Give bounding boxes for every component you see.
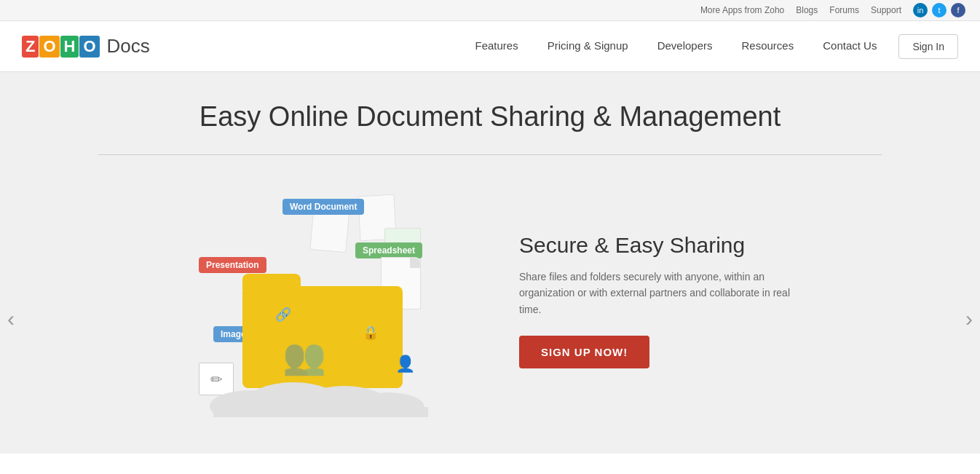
carousel-prev-button[interactable]: ‹ — [0, 299, 22, 339]
person-silhouette-icon: 👤 — [395, 355, 415, 374]
twitter-icon[interactable]: t — [932, 3, 947, 17]
facebook-icon[interactable]: f — [951, 3, 965, 17]
people-icon: 👥 — [282, 336, 326, 377]
nav-pricing[interactable]: Pricing & Signup — [533, 21, 643, 72]
nav-resources[interactable]: Resources — [727, 21, 809, 72]
linkedin-icon[interactable]: in — [913, 3, 928, 17]
bottom-section: Create, manage, organize, share and coll… — [0, 454, 980, 474]
more-apps-link[interactable]: More Apps from Zoho — [700, 5, 784, 15]
hero-illustration: Word Document Presentation Spreadsheet Z… — [170, 184, 475, 417]
logo-o1: O — [39, 36, 59, 58]
forums-link[interactable]: Forums — [829, 5, 859, 15]
hero-divider — [98, 154, 882, 155]
signup-button[interactable]: SIGN UP NOW! — [519, 336, 649, 368]
social-icons: in t f — [913, 3, 965, 17]
cloud-svg — [191, 374, 454, 417]
logo-docs: Docs — [107, 35, 150, 58]
zoho-logo: Z O H O — [22, 36, 100, 58]
utility-bar: More Apps from Zoho Blogs Forums Support… — [0, 0, 980, 21]
main-nav: Z O H O Docs Features Pricing & Signup D… — [0, 21, 980, 72]
logo-h: H — [60, 36, 79, 58]
logo-z: Z — [22, 36, 39, 58]
nav-contact[interactable]: Contact Us — [808, 21, 891, 72]
presentation-label: Presentation — [199, 257, 266, 273]
slide-description: Share files and folders securely with an… — [519, 269, 810, 317]
support-link[interactable]: Support — [871, 5, 901, 15]
hero-section: Easy Online Document Sharing & Managemen… — [0, 72, 980, 454]
link-icon: 🔗 — [275, 307, 291, 323]
carousel-next-button[interactable]: › — [958, 299, 980, 339]
svg-rect-4 — [213, 407, 428, 417]
spreadsheet-label: Spreadsheet — [355, 242, 422, 258]
nav-links: Features Pricing & Signup Developers Res… — [461, 21, 958, 72]
nav-developers[interactable]: Developers — [643, 21, 727, 72]
lock-icon: 🔒 — [363, 325, 379, 341]
logo[interactable]: Z O H O Docs — [22, 35, 150, 58]
nav-features[interactable]: Features — [461, 21, 533, 72]
signin-button[interactable]: Sign In — [898, 34, 958, 59]
blogs-link[interactable]: Blogs — [796, 5, 818, 15]
doc-group: Word Document Presentation Spreadsheet Z… — [170, 184, 475, 417]
hero-content: ‹ Word Document Presentation Spreadsheet… — [0, 184, 980, 454]
word-doc-label: Word Document — [282, 199, 364, 215]
hero-text: Secure & Easy Sharing Share files and fo… — [519, 233, 810, 368]
slide-heading: Secure & Easy Sharing — [519, 233, 810, 258]
logo-o2: O — [79, 36, 99, 58]
hero-title: Easy Online Document Sharing & Managemen… — [0, 101, 980, 133]
